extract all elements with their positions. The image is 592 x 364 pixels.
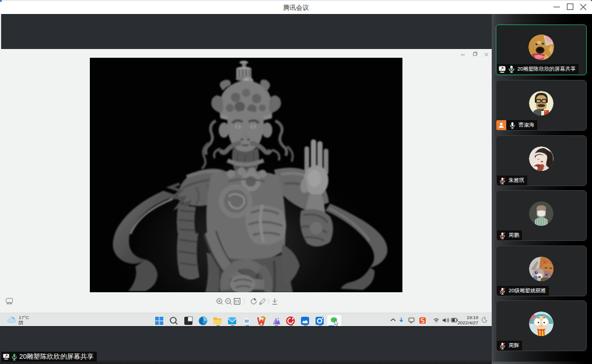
svg-text:w: w [244, 317, 249, 324]
